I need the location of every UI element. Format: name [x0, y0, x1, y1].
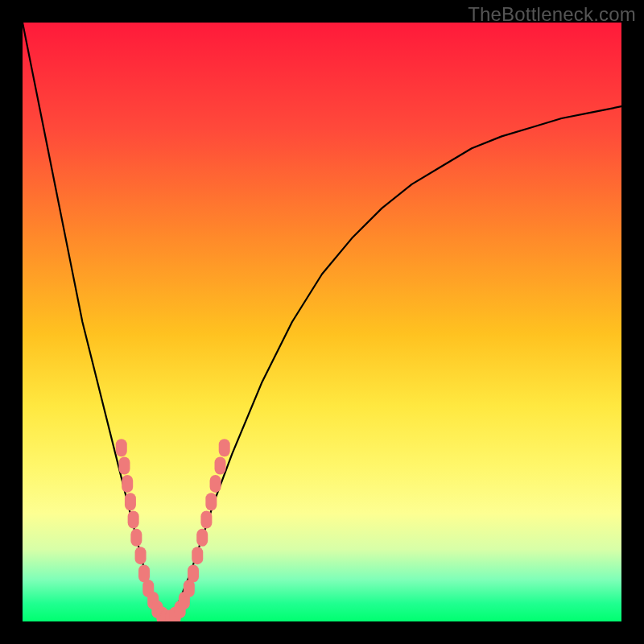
- plot-area: [23, 23, 621, 621]
- watermark-text: TheBottleneck.com: [468, 3, 636, 26]
- scatter-point: [128, 511, 139, 529]
- scatter-point: [122, 475, 133, 493]
- scatter-point: [215, 457, 226, 475]
- chart-frame: TheBottleneck.com: [0, 0, 644, 644]
- scatter-point: [192, 547, 203, 564]
- scatter-point: [125, 493, 136, 510]
- curve-layer: [23, 23, 621, 621]
- scatter-point: [135, 547, 147, 564]
- scatter-point: [130, 529, 142, 547]
- scatter-point: [219, 439, 230, 456]
- chart-svg: [23, 23, 621, 621]
- scatter-point: [196, 529, 208, 547]
- marker-layer: [116, 439, 230, 621]
- bottleneck-curve: [23, 23, 621, 621]
- scatter-point: [200, 511, 212, 529]
- scatter-point: [116, 439, 127, 456]
- scatter-point: [118, 457, 130, 475]
- scatter-point: [210, 475, 221, 493]
- scatter-point: [205, 493, 217, 510]
- scatter-point: [188, 564, 199, 582]
